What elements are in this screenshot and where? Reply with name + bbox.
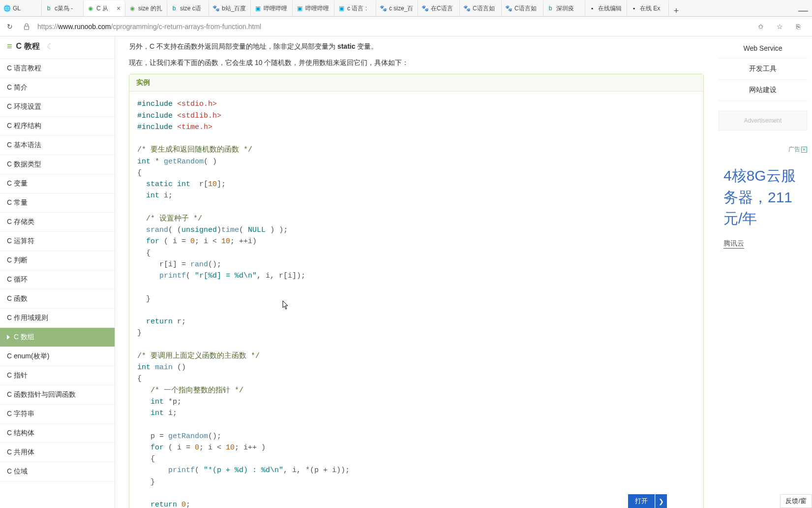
sidebar-item-0[interactable]: C 语言教程 (0, 59, 115, 78)
tab-label: 哔哩哔哩 (264, 4, 289, 13)
ad-headline: 4核8G云服务器，211元/年 (723, 165, 802, 229)
addr-actions: ✩ ☆ ⎘ (756, 22, 808, 32)
runoob-icon: ◉ (128, 4, 136, 12)
tab-label: 深圳疫 (556, 4, 582, 13)
sidebar-item-17[interactable]: C 函数指针与回调函数 (0, 385, 115, 405)
sidebar-item-14[interactable]: C 数组 (0, 328, 115, 347)
tab-13[interactable]: b深圳疫 (543, 0, 585, 16)
tab-4[interactable]: bsize c语 (167, 0, 209, 16)
refresh-icon[interactable]: ↻ (4, 21, 16, 32)
sidebar-item-20[interactable]: C 共用体 (0, 443, 115, 462)
svg-rect-0 (25, 26, 29, 30)
collections-icon[interactable]: ⎘ (793, 22, 803, 32)
paragraph-2: 现在，让我们来看下面的函数，它会生成 10 个随机数，并使用数组来返回它们，具体… (129, 57, 704, 69)
tab-0[interactable]: 🌐GL (0, 0, 42, 16)
runoob-icon: ◉ (87, 4, 94, 12)
tab-label: 在线编辑 (598, 4, 624, 13)
baidu-icon: 🐾 (212, 4, 220, 12)
sidebar-item-21[interactable]: C 位域 (0, 462, 115, 481)
new-tab-button[interactable]: + (669, 6, 684, 16)
tab-label: 在C语言 (431, 4, 456, 13)
tab-label: size 的扎 (138, 4, 164, 13)
sidebar-item-12[interactable]: C 函数 (0, 289, 115, 309)
float-open-button[interactable]: 打开 (628, 494, 655, 508)
url-domain: www.runoob.com (58, 23, 111, 31)
tab-label: C语言如 (514, 4, 540, 13)
baidu-icon: 🐾 (505, 4, 512, 12)
tab-7[interactable]: ▣哔哩哔哩 (293, 0, 334, 16)
tab-6[interactable]: ▣哔哩哔哩 (251, 0, 293, 16)
float-next-button[interactable]: ❯ (655, 494, 667, 508)
sidebar-item-6[interactable]: C 变量 (0, 174, 115, 193)
browser-tab-strip: 🌐GL bc菜鸟 - ◉C 从× ◉size 的扎 bsize c语 🐾b站_百… (0, 0, 812, 17)
sidebar-item-3[interactable]: C 程序结构 (0, 117, 115, 136)
tab-label: C语言如 (473, 4, 498, 13)
tab-8[interactable]: ▣c 语言 : (334, 0, 376, 16)
tab-label: b站_百度 (222, 4, 247, 13)
sidebar-item-13[interactable]: C 作用域规则 (0, 309, 115, 328)
url-path: /cprogramming/c-return-arrays-from-funct… (111, 23, 261, 31)
list-icon: ≡ (7, 41, 12, 52)
sidebar-item-11[interactable]: C 循环 (0, 270, 115, 289)
tab-label: c 语言 : (347, 4, 373, 13)
right-column: Web Service 开发工具 网站建设 Advertisement 广告 ✕… (714, 36, 812, 508)
lock-icon[interactable] (21, 21, 32, 32)
bilibili-icon: ▣ (337, 4, 345, 12)
tab-3[interactable]: ◉size 的扎 (125, 0, 167, 16)
tab-2-active[interactable]: ◉C 从× (84, 0, 125, 16)
sidebar-item-10[interactable]: C 判断 (0, 251, 115, 270)
tab-label: C 从 (96, 4, 113, 13)
dark-mode-icon[interactable]: ☾ (47, 42, 54, 51)
right-link-web-service[interactable]: Web Service (719, 38, 807, 59)
para1-static-kw: static (337, 42, 356, 50)
sidebar-item-2[interactable]: C 环境设置 (0, 97, 115, 117)
address-bar: ↻ https://www.runoob.com/cprogramming/c-… (0, 17, 812, 36)
sidebar-item-18[interactable]: C 字符串 (0, 405, 115, 424)
right-link-website[interactable]: 网站建设 (719, 80, 807, 101)
sidebar-item-19[interactable]: C 结构体 (0, 424, 115, 443)
tab-15[interactable]: ▪在线 Ex (627, 0, 669, 16)
ad-label: Advertisement (719, 111, 807, 130)
ad-brand[interactable]: 腾讯云 (723, 239, 744, 249)
baidu-icon: 🐾 (463, 4, 471, 12)
tab-1[interactable]: bc菜鸟 - (42, 0, 84, 16)
tab-12[interactable]: 🐾C语言如 (502, 0, 543, 16)
para1-text-a: 另外，C 不支持在函数外返回局部变量的地址，除非定义局部变量为 (129, 42, 337, 50)
sidebar-item-16[interactable]: C 指针 (0, 366, 115, 385)
favorite-icon[interactable]: ☆ (775, 22, 784, 32)
sidebar-item-7[interactable]: C 常量 (0, 193, 115, 213)
sidebar-item-4[interactable]: C 基本语法 (0, 136, 115, 155)
feedback-button[interactable]: 反馈/窗 (780, 494, 812, 508)
tab-11[interactable]: 🐾C语言如 (460, 0, 502, 16)
right-link-dev-tools[interactable]: 开发工具 (719, 59, 807, 80)
sidebar-item-1[interactable]: C 简介 (0, 78, 115, 97)
advertisement[interactable]: 广告 ✕ 4核8G云服务器，211元/年 腾讯云 (719, 145, 807, 303)
minimize-button[interactable]: — (798, 5, 812, 16)
page-action-icon[interactable]: ✩ (756, 22, 766, 32)
globe-icon: 🌐 (3, 4, 11, 12)
sidebar-item-5[interactable]: C 数据类型 (0, 155, 115, 174)
tab-label: GL (13, 5, 38, 12)
bing-icon: b (45, 4, 53, 12)
ad-info[interactable]: 广告 ✕ (788, 145, 807, 154)
close-icon[interactable]: ✕ (801, 147, 807, 153)
code-block: #include <stdio.h> #include <stdlib.h> #… (129, 92, 703, 508)
sidebar-item-8[interactable]: C 存储类 (0, 213, 115, 232)
tab-5[interactable]: 🐾b站_百度 (209, 0, 251, 16)
tab-label: 在线 Ex (640, 4, 665, 13)
ad-tag-text: 广告 (788, 145, 800, 154)
bing-icon: b (170, 4, 178, 12)
sidebar-item-9[interactable]: C 运算符 (0, 232, 115, 251)
tab-label: size c语 (180, 4, 206, 13)
sidebar-header: ≡ C 教程 ☾ (0, 36, 115, 59)
url-text[interactable]: https://www.runoob.com/cprogramming/c-re… (37, 23, 751, 31)
baidu-icon: 🐾 (379, 4, 387, 12)
tab-14[interactable]: ▪在线编辑 (585, 0, 627, 16)
tab-label: c size_百 (389, 4, 415, 13)
close-icon[interactable]: × (115, 5, 122, 12)
sidebar: ≡ C 教程 ☾ C 语言教程C 简介C 环境设置C 程序结构C 基本语法C 数… (0, 36, 115, 508)
sidebar-item-15[interactable]: C enum(枚举) (0, 347, 115, 366)
tab-9[interactable]: 🐾c size_百 (376, 0, 418, 16)
para1-text-c: 变量。 (355, 42, 378, 50)
tab-10[interactable]: 🐾在C语言 (418, 0, 460, 16)
